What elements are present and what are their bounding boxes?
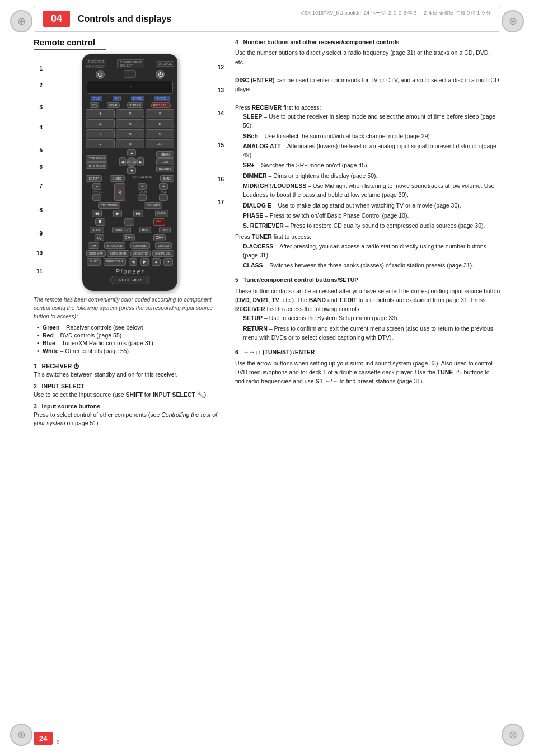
dvd-btn[interactable]: DVD (91, 96, 102, 101)
remote-label-2: 2 (39, 82, 43, 88)
section-4-body: Use the number buttons to directly selec… (235, 48, 500, 112)
menu-btn[interactable]: MENU (156, 151, 175, 158)
section-4-srplus: SR+ – Switches the SR+ mode on/off (page… (243, 161, 500, 170)
num7-btn[interactable]: 7 (86, 129, 114, 138)
num9-btn[interactable]: 9 (146, 129, 174, 138)
num1-btn[interactable]: 1 (86, 109, 114, 118)
section-3-body: Press to select control of other compone… (34, 411, 224, 429)
auto-btn[interactable]: AUTO (155, 210, 169, 217)
dot-btn[interactable]: • (86, 139, 114, 148)
play-btn[interactable]: ▶ (113, 210, 122, 217)
section-6-body: Use the arrow buttons when setting up yo… (235, 359, 500, 386)
section-5-setup: SETUP – Use to access the System Setup m… (243, 313, 500, 322)
remote-label-17: 17 (218, 199, 224, 205)
num0-btn[interactable]: 0 (116, 139, 144, 148)
num2-btn[interactable]: 2 (116, 109, 144, 118)
stop-btn[interactable]: ⏹ (95, 218, 105, 226)
source-btn[interactable]: ⏻ (156, 70, 165, 79)
amp-up-btn[interactable]: ▲ (152, 258, 161, 266)
vol-down[interactable]: − (159, 194, 168, 201)
eq-btn[interactable]: EQ (95, 234, 104, 241)
amp-left-btn[interactable]: ◀ (129, 258, 137, 266)
input-select-btn[interactable] (124, 70, 136, 78)
signal-sel-btn[interactable]: SIGNAL SEL (152, 250, 174, 257)
corner-decoration-bl (10, 724, 32, 746)
num5-btn[interactable]: 5 (116, 119, 144, 128)
section-heading-remote: Remote control (34, 37, 106, 50)
remote-label-3: 3 (39, 104, 43, 110)
remote-label-8: 8 (39, 207, 43, 213)
dvd-mode-btn[interactable]: DVD (159, 227, 171, 233)
tvvol-up[interactable]: + (92, 183, 101, 190)
remote-label-7: 7 (39, 183, 43, 189)
audio-btn[interactable]: AUDIO (90, 227, 104, 233)
prev-btn[interactable]: ⏮ (92, 210, 102, 217)
section-1: 1 RECEIVER ⏻ This switches between stand… (34, 363, 224, 379)
setup-btn[interactable]: SETUP (86, 175, 101, 182)
buzz-off-btn[interactable]: BUZZ OFF (86, 250, 105, 257)
cd-btn[interactable]: CD (90, 102, 99, 108)
amp-right-btn[interactable]: ▶ (140, 258, 149, 266)
ch-plus-btn[interactable]: CH+ (153, 234, 166, 241)
section-4-sretriever: S. RETRIEVER – Press to restore CD quali… (243, 221, 500, 230)
subtitle-btn[interactable]: SUBTITLE (112, 227, 131, 233)
thx-btn[interactable]: THX (88, 242, 99, 249)
num3-btn[interactable]: 3 (146, 109, 174, 118)
num6-btn[interactable]: 6 (146, 119, 174, 128)
band-btn[interactable]: BAND (160, 175, 174, 182)
receiver-src-btn[interactable]: RECEIV... (151, 102, 171, 108)
effect-btn[interactable]: EFFECT/SHL (104, 258, 127, 266)
tvvol-down[interactable]: − (92, 194, 101, 201)
remote-label-4: 4 (39, 124, 43, 130)
stereo-btn[interactable]: STEREO (155, 242, 172, 249)
dvr1-btn[interactable]: DVR1 (131, 96, 144, 101)
remote-label-9: 9 (39, 231, 43, 237)
ffwd-btn[interactable]: ⏭ (133, 210, 143, 217)
color-code-list: Green – Receiver controls (see below) Re… (37, 324, 224, 354)
section-2: 2 INPUT SELECT Use to select the input s… (34, 383, 224, 400)
auto-surr-btn[interactable]: AUTO SURR (107, 250, 129, 257)
dpad-up[interactable]: ▲ (127, 149, 136, 156)
shift-btn[interactable]: SHIFT (87, 258, 100, 266)
ch-minus-btn[interactable]: CH− (123, 234, 135, 241)
dpad-right[interactable]: ▶ (137, 157, 144, 166)
remote-label-10: 10 (36, 250, 43, 256)
enter-btn[interactable]: ENT (146, 139, 174, 148)
remote-label-13: 13 (218, 87, 224, 93)
power-btn[interactable]: ⏻ (96, 70, 105, 79)
tvinput-down[interactable]: − (138, 194, 147, 201)
dtv-onoff-btn[interactable]: DTV ON/OFF (98, 202, 120, 209)
return-btn-remote[interactable]: RETURN (156, 166, 175, 172)
advsurr-btn[interactable]: ADV.SURR (130, 242, 150, 249)
num4-btn[interactable]: 4 (86, 119, 114, 128)
remote-body: RECEIVER INPUT SELECT COMPONENTSELECT SO… (82, 54, 177, 291)
exit-btn[interactable]: EXIT (156, 158, 175, 165)
guide-btn[interactable]: GUIDE (110, 175, 125, 182)
page-header: 04 Controls and displays VSX-1016TXV_KU.… (34, 6, 500, 32)
vol-up[interactable]: + (159, 183, 168, 190)
dtv-info-btn[interactable]: DTV INFO (144, 202, 162, 209)
section-3-title: 3 Input source buttons (34, 403, 224, 410)
tuner-btn[interactable]: TUNER (127, 102, 143, 108)
num8-btn[interactable]: 8 (116, 129, 144, 138)
amp-down-btn[interactable]: ▼ (163, 258, 173, 266)
tv-btn[interactable]: TV (113, 96, 121, 101)
receiver-main-btn[interactable]: RECEIVER (110, 276, 149, 284)
pause-btn[interactable]: ⏸ (124, 218, 134, 226)
mute-btn[interactable]: 🔇 (114, 183, 125, 201)
hdd-btn[interactable]: HDD (139, 227, 151, 233)
main-content: Remote control 1 2 3 4 5 6 7 8 9 10 11 (34, 37, 500, 431)
dpad-down[interactable]: ▼ (127, 167, 136, 174)
dtv-menu-btn[interactable]: DTV MENU (86, 162, 107, 169)
numpad: 1 2 3 4 5 6 7 8 9 • 0 ENT (86, 109, 174, 148)
tvinput-up[interactable]: + (138, 183, 147, 190)
acoustic-btn[interactable]: ACOUSTIC (130, 250, 151, 257)
top-menu-btn[interactable]: TOP MENU (86, 155, 107, 162)
page-footer: 24 En (34, 732, 500, 745)
cdr-btn[interactable]: CD-R (107, 102, 120, 108)
dpad-enter[interactable]: ENTER (127, 157, 137, 167)
tvctl-btn[interactable]: TVCTL (154, 96, 170, 101)
rec-btn[interactable]: REC (153, 218, 165, 226)
dpad-left[interactable]: ◀ (119, 157, 126, 166)
standard-btn[interactable]: STANDARD (104, 242, 125, 249)
